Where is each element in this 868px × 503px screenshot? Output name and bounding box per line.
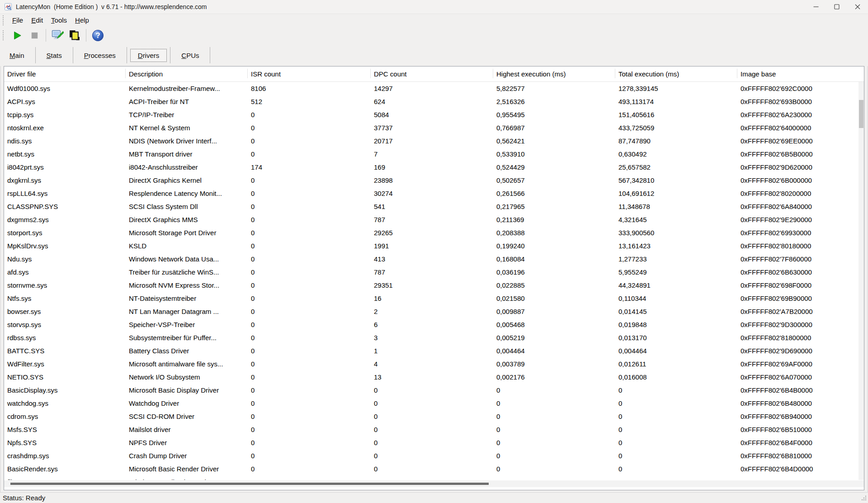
- table-row[interactable]: afd.sys Treiber für zusätzliche WinS... …: [4, 266, 859, 279]
- cell-isr-count: 0: [248, 268, 371, 276]
- cell-dpc-count: 624: [371, 98, 493, 105]
- table-row[interactable]: Npfs.SYS NPFS Driver 0 0 0 0 0xFFFFF802'…: [4, 436, 859, 449]
- horizontal-scrollbar[interactable]: [4, 480, 864, 487]
- vertical-scrollbar[interactable]: [859, 82, 864, 480]
- menu-bar: File Edit Tools Help: [0, 14, 868, 26]
- table-row[interactable]: rspLLL64.sys Resplendence Latency Monit.…: [4, 187, 859, 200]
- cell-dpc-count: 13: [371, 373, 493, 381]
- table-row[interactable]: Wdf01000.sys Kernelmodustreiber-Framew..…: [4, 82, 859, 95]
- table-row[interactable]: ACPI.sys ACPI-Treiber für NT 512 624 2,5…: [4, 95, 859, 108]
- toolbar-gripper[interactable]: [3, 30, 5, 40]
- help-button[interactable]: ?: [90, 28, 106, 43]
- cell-highest-execution: 0,005468: [493, 321, 615, 328]
- column-header-total-execution[interactable]: Total execution (ms): [615, 66, 737, 81]
- stop-monitor-button[interactable]: [26, 28, 42, 43]
- table-row[interactable]: BasicDisplay.sys Microsoft Basic Display…: [4, 384, 859, 397]
- cell-dpc-count: 787: [371, 268, 493, 276]
- tab-main[interactable]: Main: [2, 49, 32, 62]
- table-row[interactable]: MpKslDrv.sys KSLD 0 1991 0,199240 13,161…: [4, 239, 859, 252]
- tab-processes[interactable]: Processes: [76, 49, 123, 62]
- toolbar-separator: [86, 29, 86, 42]
- table-row[interactable]: storport.sys Microsoft Storage Port Driv…: [4, 226, 859, 239]
- table-row[interactable]: Ntfs.sys NT-Dateisystemtreiber 0 16 0,02…: [4, 292, 859, 305]
- cell-image-base: 0xFFFFF802'80180000: [737, 242, 859, 250]
- cell-image-base: 0xFFFFF802'6A840000: [737, 203, 859, 210]
- cell-driver-file: ntoskrnl.exe: [4, 124, 126, 132]
- table-row[interactable]: tcpip.sys TCP/IP-Treiber 0 5084 0,955495…: [4, 108, 859, 121]
- cell-driver-file: cdrom.sys: [4, 413, 126, 420]
- table-row[interactable]: ndis.sys NDIS (Network Driver Interf... …: [4, 134, 859, 147]
- cell-total-execution: 87,747890: [615, 137, 737, 145]
- cell-highest-execution: 0: [493, 452, 615, 460]
- table-row[interactable]: i8042prt.sys i8042-Anschlusstreiber 174 …: [4, 161, 859, 174]
- cell-total-execution: 1,277233: [615, 255, 737, 263]
- cell-dpc-count: 20717: [371, 137, 493, 145]
- menubar-gripper[interactable]: [3, 15, 5, 25]
- vertical-scrollbar-thumb[interactable]: [859, 100, 863, 128]
- cell-dpc-count: 7: [371, 150, 493, 158]
- table-row[interactable]: Msfs.SYS Mailslot driver 0 0 0 0 0xFFFFF…: [4, 423, 859, 436]
- drivers-table: Driver file Description ISR count DPC co…: [4, 66, 864, 490]
- column-header-image-base[interactable]: Image base: [737, 66, 864, 81]
- table-row[interactable]: Ndu.sys Windows Network Data Usa... 0 41…: [4, 252, 859, 266]
- menu-file[interactable]: File: [8, 15, 27, 25]
- tab-separator: [35, 47, 36, 63]
- cell-total-execution: 44,324891: [615, 281, 737, 289]
- cell-highest-execution: 0: [493, 399, 615, 407]
- copy-report-button[interactable]: [66, 28, 83, 43]
- table-row[interactable]: dxgkrnl.sys DirectX Graphics Kernel 0 23…: [4, 174, 859, 187]
- maximize-icon: [834, 4, 840, 9]
- maximize-button[interactable]: [826, 0, 847, 14]
- cell-isr-count: 0: [248, 413, 371, 420]
- table-row[interactable]: dxgmms2.sys DirectX Graphics MMS 0 787 0…: [4, 213, 859, 226]
- close-button[interactable]: [847, 0, 868, 14]
- tab-drivers[interactable]: Drivers: [130, 49, 167, 62]
- options-button[interactable]: [49, 28, 66, 43]
- table-row[interactable]: netbt.sys MBT Transport driver 0 7 0,533…: [4, 147, 859, 161]
- table-row[interactable]: WdFilter.sys Microsoft antimalware file …: [4, 357, 859, 370]
- cell-dpc-count: 3: [371, 334, 493, 342]
- table-row[interactable]: rdbss.sys Subsystemtreiber für Puffer...…: [4, 331, 859, 344]
- cell-highest-execution: 0,036196: [493, 268, 615, 276]
- tab-cpus[interactable]: CPUs: [174, 49, 207, 62]
- cell-description: Battery Class Driver: [126, 347, 248, 355]
- table-row[interactable]: stornvme.sys Microsoft NVM Express Stor.…: [4, 279, 859, 292]
- cell-driver-file: CLASSPNP.SYS: [4, 203, 126, 210]
- start-monitor-button[interactable]: [9, 28, 25, 43]
- table-row[interactable]: crashdmp.sys Crash Dump Driver 0 0 0 0 0…: [4, 449, 859, 462]
- window-title: LatencyMon (Home Edition ) v 6.71 - http…: [16, 3, 207, 10]
- menu-help[interactable]: Help: [71, 15, 93, 25]
- tab-stats[interactable]: Stats: [39, 49, 70, 62]
- table-row[interactable]: storvsp.sys Speicher-VSP-Treiber 0 6 0,0…: [4, 318, 859, 331]
- table-row[interactable]: ntoskrnl.exe NT Kernel & System 0 37737 …: [4, 121, 859, 134]
- menu-tools[interactable]: Tools: [47, 15, 71, 25]
- cell-highest-execution: 0,199240: [493, 242, 615, 250]
- table-row[interactable]: cdrom.sys SCSI CD-ROM Driver 0 0 0 0 0xF…: [4, 410, 859, 423]
- table-row[interactable]: bowser.sys NT Lan Manager Datagram ... 0…: [4, 305, 859, 318]
- table-row[interactable]: BATTC.SYS Battery Class Driver 0 1 0,004…: [4, 344, 859, 357]
- cell-description: Watchdog Driver: [126, 399, 248, 407]
- table-row[interactable]: watchdog.sys Watchdog Driver 0 0 0 0 0xF…: [4, 397, 859, 410]
- table-row[interactable]: BasicRender.sys Microsoft Basic Render D…: [4, 462, 859, 475]
- cell-total-execution: 0: [615, 465, 737, 473]
- column-header-driver-file[interactable]: Driver file: [4, 66, 126, 81]
- table-row[interactable]: CLASSPNP.SYS SCSI Class System Dll 0 541…: [4, 200, 859, 213]
- cell-description: ACPI-Treiber für NT: [126, 98, 248, 105]
- column-header-highest-execution[interactable]: Highest execution (ms): [493, 66, 615, 81]
- column-header-dpc-count[interactable]: DPC count: [371, 66, 493, 81]
- status-text: Status: Ready: [3, 494, 45, 502]
- cell-highest-execution: 0: [493, 465, 615, 473]
- horizontal-scrollbar-thumb[interactable]: [10, 483, 489, 485]
- cell-description: SCSI Class System Dll: [126, 203, 248, 210]
- menu-edit[interactable]: Edit: [27, 15, 47, 25]
- resize-grip[interactable]: [861, 494, 867, 502]
- minimize-button[interactable]: [806, 0, 826, 14]
- table-row[interactable]: NETIO.SYS Network I/O Subsystem 0 13 0,0…: [4, 370, 859, 384]
- column-header-isr-count[interactable]: ISR count: [248, 66, 371, 81]
- cell-driver-file: Wdf01000.sys: [4, 85, 126, 92]
- table-body: Wdf01000.sys Kernelmodustreiber-Framew..…: [4, 82, 859, 480]
- cell-dpc-count: 169: [371, 163, 493, 171]
- cell-highest-execution: 0,217965: [493, 203, 615, 210]
- column-header-description[interactable]: Description: [126, 66, 248, 81]
- table-row[interactable]: filecrypt.sys Windows sandboxing and e..…: [4, 475, 859, 480]
